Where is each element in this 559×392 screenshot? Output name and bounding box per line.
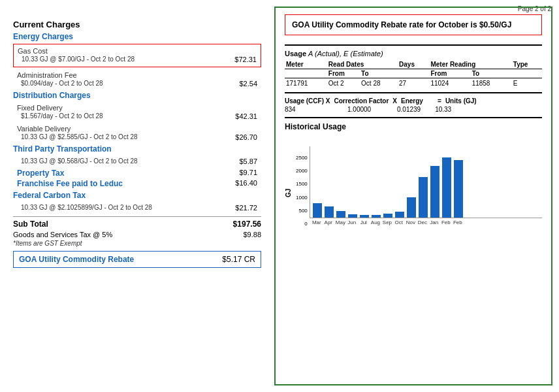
col-read-dates: Read Dates: [327, 60, 398, 69]
bar-jun: [348, 214, 357, 218]
third-party-title: Third Party Transportation: [13, 144, 261, 154]
cell-from: Oct 2: [327, 78, 360, 89]
calc-divider-top: [285, 92, 542, 93]
bar-col: [348, 214, 357, 218]
bar-col: [372, 215, 381, 218]
bar-labels-row: MarAprMayJunJulAugSepOctNovDecJanFebFeb: [310, 218, 542, 227]
bar-label-aug: Aug: [371, 220, 380, 225]
gst-amount: $9.88: [243, 231, 261, 238]
rebate-notice-box: GOA Utility Commodity Rebate rate for Oc…: [285, 14, 542, 35]
calc-header-x: X: [392, 97, 397, 105]
bar-col: [454, 160, 463, 218]
bar-label-jan: Jan: [430, 220, 439, 225]
calc-divider-bottom: [285, 117, 542, 118]
bar-col: [419, 177, 428, 218]
calc-header-eq: =: [438, 97, 441, 105]
franchise-row: Franchise Fee paid to Leduc $16.40: [17, 179, 257, 188]
cell-mr-from: 11024: [429, 78, 470, 89]
col-from: From: [327, 69, 360, 78]
fixed-delivery-group: Fixed Delivery $1.567/day - Oct 2 to Oct…: [13, 103, 261, 122]
bar-oct: [395, 212, 404, 218]
gas-cost-label: Gas Cost: [18, 47, 48, 55]
property-tax-amount: $9.71: [221, 169, 257, 178]
calc-val-energy: 0.01239: [397, 106, 421, 113]
bar-col: [442, 157, 451, 218]
right-panel: GOA Utility Commodity Rebate rate for Oc…: [274, 7, 552, 385]
admin-fee-amount: $2.54: [221, 80, 257, 88]
federal-carbon-title: Federal Carbon Tax: [13, 191, 261, 200]
y-0: 0: [296, 221, 308, 227]
col-mr-to: To: [471, 69, 512, 78]
rebate-label: GOA Utility Commodity Rebate: [19, 255, 134, 264]
federal-carbon-detail: 10.33 GJ @ $2.1025899/GJ - Oct 2 to Oct …: [21, 204, 152, 211]
third-party-detail: 10.33 GJ @ $0.568/GJ - Oct 2 to Oct 28: [21, 157, 138, 165]
bar-label-dec: Dec: [418, 220, 427, 225]
subtotal-divider: [13, 216, 261, 217]
subtotal-amount: $197.56: [233, 220, 261, 229]
cell-days: 27: [398, 78, 429, 89]
franchise-label: Franchise Fee paid to Leduc: [17, 179, 123, 188]
gas-cost-detail: 10.33 GJ @ $7.00/GJ - Oct 2 to Oct 28: [22, 56, 135, 63]
third-party-group: 10.33 GJ @ $0.568/GJ - Oct 2 to Oct 28 $…: [13, 156, 261, 167]
bar-jan: [430, 166, 439, 218]
federal-carbon-group: 10.33 GJ @ $2.1025899/GJ - Oct 2 to Oct …: [13, 203, 261, 214]
y-2500: 2500: [296, 155, 308, 161]
calc-header-usage: Usage (CCF) X: [285, 97, 330, 105]
page-container: Page 2 of 2 Current Charges Energy Charg…: [0, 0, 559, 392]
bar-apr: [325, 206, 334, 218]
table-row: 171791 Oct 2 Oct 28 27 11024 11858 E: [285, 78, 542, 89]
rebate-box: GOA Utility Commodity Rebate $5.17 CR: [13, 251, 261, 268]
cell-to: Oct 28: [360, 78, 398, 89]
bar-col: [360, 215, 369, 218]
franchise-amount: $16.40: [221, 179, 257, 188]
bar-label-mar: Mar: [312, 220, 321, 225]
gst-note: *Items are GST Exempt: [13, 240, 261, 247]
y-1500: 1500: [296, 181, 308, 187]
usage-legend: A (Actual), E (Estimate): [308, 50, 383, 57]
col-mr-from: From: [429, 69, 470, 78]
bar-label-feb: Feb: [441, 220, 451, 225]
bar-col: [430, 166, 439, 218]
rebate-amount: $5.17 CR: [222, 255, 255, 264]
bar-aug: [372, 215, 381, 218]
bar-sep: [383, 214, 392, 218]
admin-fee-detail: $0.094/day - Oct 2 to Oct 28: [21, 80, 103, 87]
bar-label-nov: Nov: [406, 220, 415, 225]
bar-col: [383, 214, 392, 218]
admin-fee-label: Administration Fee: [17, 71, 77, 79]
y-500: 500: [296, 208, 308, 214]
y-1000: 1000: [296, 195, 308, 201]
col-days: Days: [398, 60, 429, 69]
col-meter-reading: Meter Reading: [429, 60, 511, 69]
subtotal-row: Sub Total $197.56: [13, 220, 261, 229]
bar-jul: [360, 215, 369, 218]
distribution-charges-title: Distribution Charges: [13, 91, 261, 100]
gas-cost-amount: $72.31: [221, 56, 257, 63]
calc-val-units: 10.33: [435, 106, 451, 113]
variable-delivery-amount: $26.70: [221, 133, 257, 141]
col-type: Type: [512, 60, 542, 69]
bar-label-may: May: [336, 220, 345, 225]
bar-feb: [442, 157, 451, 218]
gas-cost-group: Gas Cost 10.33 GJ @ $7.00/GJ - Oct 2 to …: [13, 44, 261, 67]
third-party-amount: $5.87: [221, 157, 257, 165]
y-2000: 2000: [296, 168, 308, 174]
cell-meter: 171791: [285, 78, 327, 89]
bar-col: [325, 206, 334, 218]
subtotal-label: Sub Total: [13, 220, 48, 229]
bar-label-jul: Jul: [359, 220, 368, 225]
historical-title: Historical Usage: [285, 122, 542, 131]
bar-label-feb: Feb: [453, 220, 462, 225]
calc-header-cf: Correction Factor: [334, 97, 389, 105]
usage-section-title: Usage A (Actual), E (Estimate): [285, 50, 542, 57]
bar-label-oct: Oct: [394, 220, 404, 225]
bar-may: [336, 211, 345, 218]
bar-label-apr: Apr: [324, 220, 333, 225]
federal-carbon-amount: $21.72: [221, 204, 257, 212]
chart-y-axis-label: GJ: [285, 160, 292, 225]
usage-title-text: Usage: [285, 50, 306, 57]
bars-wrapper: [310, 146, 542, 218]
admin-fee-group: Administration Fee $0.094/day - Oct 2 to…: [13, 70, 261, 90]
col-meter: Meter: [285, 60, 327, 69]
chart-container: GJ 2500 2000 1500 1000 500 0 MarAprMayJu…: [285, 135, 542, 227]
